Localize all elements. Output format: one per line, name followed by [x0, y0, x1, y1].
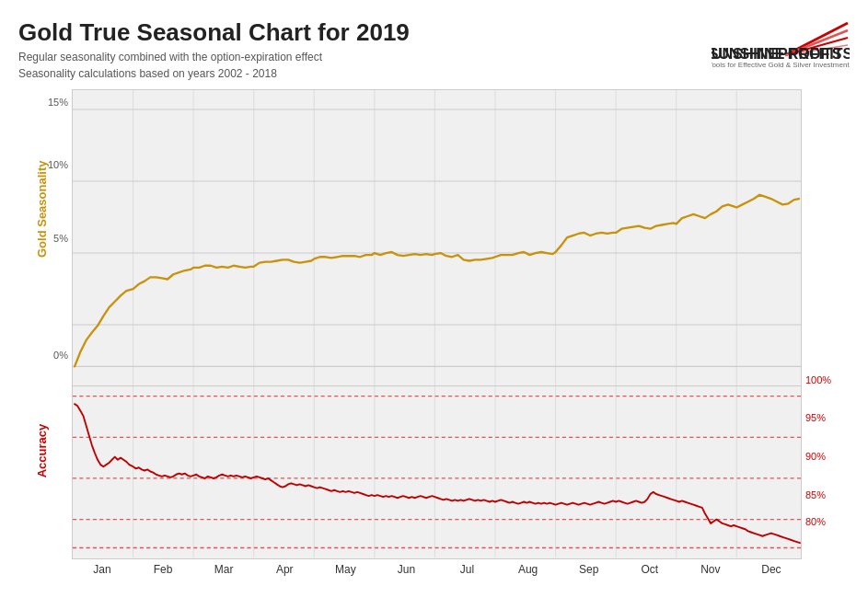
upper-chart	[72, 89, 802, 386]
acc-tick-90: 90%	[805, 451, 826, 462]
acc-tick-80: 80%	[805, 516, 826, 527]
upper-left-axis: Gold Seasonality 15% 10% 5% 0%	[18, 89, 72, 370]
x-label-jan: Jan	[72, 563, 133, 576]
x-label-feb: Feb	[133, 563, 193, 576]
x-axis: Jan Feb Mar Apr May Jun Jul Aug Sep Oct …	[72, 559, 802, 576]
lower-chart-svg	[73, 386, 801, 557]
svg-rect-8	[73, 90, 801, 385]
charts-column: Jan Feb Mar Apr May Jun Jul Aug Sep Oct …	[72, 89, 802, 540]
y-tick-10: 10%	[48, 159, 68, 170]
left-axis-container: Gold Seasonality 15% 10% 5% 0% Accuracy	[18, 89, 72, 540]
main-title: Gold True Seasonal Chart for 2019	[18, 18, 410, 47]
header: Gold True Seasonal Chart for 2019 Regula…	[18, 18, 850, 82]
title-block: Gold True Seasonal Chart for 2019 Regula…	[18, 18, 410, 82]
right-lower-axis: 100% 95% 90% 85% 80%	[802, 370, 850, 531]
x-label-aug: Aug	[498, 563, 559, 576]
right-upper-spacer	[802, 89, 850, 370]
lower-left-axis: Accuracy	[18, 370, 72, 531]
page-container: Gold True Seasonal Chart for 2019 Regula…	[0, 0, 868, 609]
right-axis-container: 100% 95% 90% 85% 80%	[802, 89, 850, 540]
x-label-mar: Mar	[193, 563, 254, 576]
svg-text:SUNSHINE PROFITS: SUNSHINE PROFITS	[712, 46, 850, 62]
gold-seasonality-label: Gold Seasonality	[35, 202, 49, 258]
x-label-jun: Jun	[376, 563, 436, 576]
x-label-may: May	[315, 563, 376, 576]
y-tick-5: 5%	[53, 233, 68, 244]
x-label-nov: Nov	[680, 563, 741, 576]
logo-block: SUNSHINE PROFITS SUNSHINE PROFITS Tools …	[712, 18, 850, 69]
x-label-apr: Apr	[254, 563, 315, 576]
x-label-oct: Oct	[619, 563, 680, 576]
chart-layout: Gold Seasonality 15% 10% 5% 0% Accuracy	[18, 89, 850, 540]
subtitle: Regular seasonality combined with the op…	[18, 49, 410, 82]
x-label-dec: Dec	[741, 563, 802, 576]
x-label-jul: Jul	[436, 563, 497, 576]
acc-tick-100: 100%	[805, 374, 831, 385]
svg-rect-25	[73, 386, 801, 557]
x-label-sep: Sep	[559, 563, 619, 576]
lower-chart	[72, 386, 802, 558]
upper-chart-svg	[73, 90, 801, 385]
y-tick-15: 15%	[48, 97, 68, 108]
svg-text:Tools for Effective Gold & Sil: Tools for Effective Gold & Silver Invest…	[712, 61, 850, 69]
y-tick-0: 0%	[53, 350, 68, 361]
accuracy-label: Accuracy	[35, 423, 49, 478]
logo-icon: SUNSHINE PROFITS SUNSHINE PROFITS Tools …	[712, 18, 850, 69]
acc-tick-85: 85%	[805, 489, 826, 500]
acc-tick-95: 95%	[805, 412, 826, 423]
